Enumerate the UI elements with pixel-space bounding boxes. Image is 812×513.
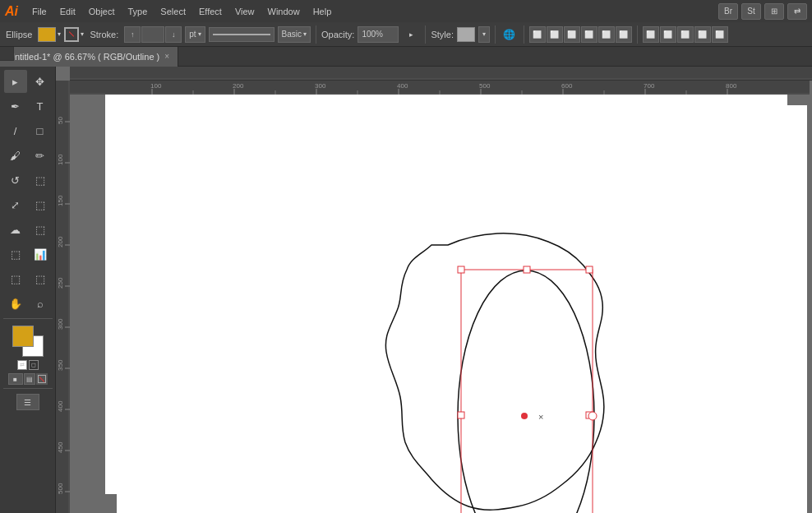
pencil-tool[interactable]: ✏	[29, 144, 52, 167]
style-dropdown[interactable]: ▾	[478, 26, 490, 43]
separator-2	[425, 25, 426, 44]
tab-close-btn[interactable]: ×	[164, 52, 169, 61]
svg-text:100: 100	[150, 82, 162, 90]
dist-h-btn[interactable]: ⬜	[643, 26, 659, 43]
document-tab[interactable]: Untitled-1* @ 66.67% ( RGB/Outline ) ×	[0, 47, 178, 67]
distribute-group: ⬜ ⬜ ⬜ ⬜ ⬜	[643, 26, 728, 43]
zoom-tool[interactable]: ⌕	[29, 292, 52, 315]
align-left-btn[interactable]: ⬜	[529, 26, 546, 43]
foreground-color-swatch[interactable]	[12, 326, 34, 347]
tab-zoom-text: 66.67%	[65, 52, 95, 62]
align-bottom-btn[interactable]: ⬜	[616, 26, 632, 43]
align-group: ⬜ ⬜ ⬜ ⬜ ⬜ ⬜	[529, 26, 632, 43]
color-squares	[12, 326, 44, 357]
column-tool[interactable]: 📊	[29, 243, 52, 266]
align-right-btn[interactable]: ⬜	[564, 26, 580, 43]
warp-tool[interactable]: ☁	[4, 218, 27, 241]
pen-tool[interactable]: ✒	[4, 95, 27, 118]
dist-2-btn[interactable]: ⬜	[677, 26, 694, 43]
align-center-btn[interactable]: ⬜	[547, 26, 563, 43]
select-tool[interactable]: ▸	[4, 70, 27, 93]
swap-colors-btn[interactable]: ⇄	[17, 360, 27, 370]
svg-text:200: 200	[233, 82, 244, 90]
gradient-mode-btn[interactable]: ▤	[24, 373, 35, 385]
tool-row-2: ✒ T	[4, 95, 52, 118]
canvas-paper	[105, 91, 787, 494]
default-colors-btn[interactable]: ◻	[29, 360, 39, 370]
menu-bar: Ai File Edit Object Type Select Effect V…	[0, 0, 812, 22]
layers-btn[interactable]: ☰	[16, 394, 39, 410]
style-label: Style:	[431, 30, 454, 39]
ruler-v-svg	[56, 81, 70, 513]
direct-select-tool[interactable]: ✥	[29, 70, 52, 93]
globe-icon[interactable]: 🌐	[501, 25, 519, 44]
artboard-tool[interactable]: ⬚	[4, 267, 27, 290]
menu-type[interactable]: Type	[122, 5, 154, 18]
dist-3-btn[interactable]: ⬜	[694, 26, 711, 43]
menu-help[interactable]: Help	[307, 5, 338, 18]
menu-select[interactable]: Select	[155, 5, 191, 18]
align-top-btn[interactable]: ⬜	[581, 26, 597, 43]
paintbrush-tool[interactable]: 🖌	[4, 144, 27, 167]
svg-text:700: 700	[644, 82, 655, 90]
align-middle-btn[interactable]: ⬜	[598, 26, 615, 43]
rect-tool[interactable]: □	[29, 119, 52, 142]
svg-text:400: 400	[397, 82, 408, 90]
top-icon-group: Br St ⊞ ⇄	[718, 3, 807, 20]
rotate-tool[interactable]: ↺	[4, 169, 27, 192]
stroke-swatch-arrow[interactable]: ▾	[81, 30, 84, 38]
tab-space: (	[98, 52, 101, 62]
stroke-input[interactable]	[141, 26, 164, 43]
ruler-h-svg	[70, 67, 812, 80]
tool-row-4: 🖌 ✏	[4, 144, 52, 167]
slice-tool[interactable]: ⬚	[29, 267, 52, 290]
type-tool[interactable]: T	[29, 95, 52, 118]
separator-3	[495, 25, 496, 44]
doc-tab-title: Untitled-1* @ 66.67% ( RGB/Outline )	[8, 52, 159, 62]
reflect-tool[interactable]: ⬚	[29, 169, 52, 192]
tool-row-1: ▸ ✥	[4, 70, 52, 93]
symbol-tool[interactable]: ⬚	[4, 243, 27, 266]
tool-row-6: ⤢ ⬚	[4, 193, 52, 216]
menu-edit[interactable]: Edit	[54, 5, 81, 18]
basic-dropdown[interactable]: Basic ▾	[278, 26, 311, 43]
stroke-preview	[209, 27, 275, 42]
tool-row-3: / □	[4, 119, 52, 142]
separator-1	[316, 25, 316, 44]
tab-close-paren: )	[157, 52, 160, 62]
stroke-unit-dropdown[interactable]: pt▾	[185, 26, 205, 43]
workspace-icon[interactable]: ⊞	[764, 3, 784, 20]
basic-label: Basic	[282, 30, 302, 39]
toolbar: Ellipse ▾ ▾ Stroke: ↑ ↓ pt▾ Basic ▾ Opac…	[0, 22, 812, 47]
scale-tool[interactable]: ⤢	[4, 193, 27, 216]
blend-tool[interactable]: ⬚	[29, 218, 52, 241]
sync-icon[interactable]: ⇄	[787, 3, 807, 20]
main-area: ▸ ✥ ✒ T / □ 🖌 ✏ ↺ ⬚ ⤢ ⬚ ☁ ⬚ ⬚ 📊	[0, 67, 812, 513]
left-toolbar: ▸ ✥ ✒ T / □ 🖌 ✏ ↺ ⬚ ⤢ ⬚ ☁ ⬚ ⬚ 📊	[0, 67, 56, 513]
menu-view[interactable]: View	[229, 5, 261, 18]
dist-4-btn[interactable]: ⬜	[712, 26, 728, 43]
opacity-value[interactable]: 100%	[358, 26, 399, 43]
color-mode-btn[interactable]: ■	[8, 373, 23, 385]
fill-swatch[interactable]	[38, 27, 56, 42]
canvas-area[interactable]: × 100 200 300 400 500	[56, 67, 812, 513]
fill-dropdown-arrow[interactable]: ▾	[58, 30, 61, 38]
opacity-expand[interactable]: ▸	[402, 26, 420, 43]
reshape-tool[interactable]: ⬚	[29, 193, 52, 216]
shape-label: Ellipse	[3, 30, 35, 39]
dist-v-btn[interactable]: ⬜	[660, 26, 676, 43]
tab-mode-text: RGB/Outline	[104, 52, 155, 62]
bridge-icon[interactable]: Br	[718, 3, 738, 20]
menu-effect[interactable]: Effect	[193, 5, 228, 18]
none-mode-btn[interactable]	[36, 373, 48, 385]
stock-icon[interactable]: St	[741, 3, 761, 20]
svg-text:300: 300	[315, 82, 326, 90]
hand-tool[interactable]: ✋	[4, 292, 27, 315]
menu-window[interactable]: Window	[262, 5, 306, 18]
menu-object[interactable]: Object	[83, 5, 121, 18]
svg-rect-0	[70, 67, 812, 80]
menu-file[interactable]: File	[26, 5, 53, 18]
svg-text:500: 500	[479, 82, 491, 90]
line-tool[interactable]: /	[4, 119, 27, 142]
style-swatch[interactable]	[457, 27, 475, 42]
